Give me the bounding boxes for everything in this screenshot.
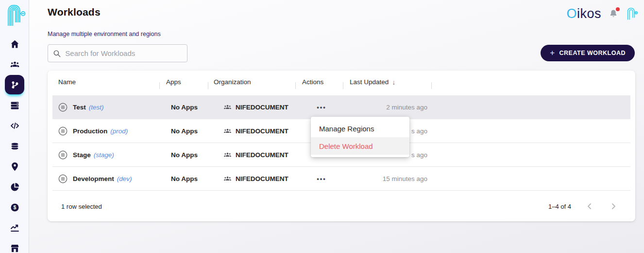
table-footer: 1 row selected 1–4 of 4 [52,191,630,221]
search-icon [53,49,61,58]
row-actions-button[interactable]: ••• [302,95,341,119]
organization-cell: NIFEDOCUMENT [223,143,288,167]
row-actions-menu: Manage RegionsDelete Workload [311,117,409,157]
search-input[interactable] [65,49,182,57]
sidebar-item-marketplace[interactable] [5,238,24,253]
organization-cell: NIFEDOCUMENT [223,119,288,143]
sidebar-item-home[interactable] [5,34,24,54]
next-page-button[interactable] [608,201,619,212]
column-divider [159,82,160,89]
line-chart-icon [10,223,20,233]
create-workload-label: CREATE WORKLOAD [559,50,626,56]
code-icon [10,121,20,131]
last-updated-cell: 15 minutes ago [350,167,427,191]
column-header-organization[interactable]: Organization [214,71,251,93]
workload-icon [58,95,68,119]
row-actions-button[interactable]: ••• [302,167,341,191]
sidebar-item-locations[interactable] [5,157,24,176]
workload-name-cell[interactable]: Test (test) [73,95,104,119]
teams-icon [10,59,20,70]
organization-cell: NIFEDOCUMENT [223,95,288,119]
workload-name: Development [73,175,114,182]
sidebar-item-billing[interactable]: $ [5,198,24,217]
sidebar-nav: $ [5,34,24,253]
create-workload-button[interactable]: + CREATE WORKLOAD [541,45,635,61]
workload-name: Stage [73,151,91,159]
database-icon [10,141,20,151]
table-header: Name Apps Organization Actions Last Upda… [48,71,635,93]
apps-cell: No Apps [171,119,198,143]
location-icon [10,162,20,172]
notification-badge-dot [616,7,620,11]
workload-name: Test [73,104,86,111]
apps-cell: No Apps [171,143,198,167]
column-divider [295,82,296,89]
column-header-name[interactable]: Name [58,71,76,93]
nife-logo [4,3,27,27]
workload-name-cell[interactable]: Production (prod) [73,119,128,143]
column-divider [431,82,432,89]
sidebar-item-analytics[interactable] [5,177,24,197]
home-icon [10,39,20,49]
workload-icon [58,119,68,143]
billing-dollar-icon: $ [10,202,20,213]
main-content: Workloads Manage multiple environment an… [29,0,644,253]
organization-people-icon [223,127,232,135]
sidebar-item-servers[interactable] [5,95,24,115]
previous-page-button[interactable] [584,201,595,212]
menu-item-delete-workload[interactable]: Delete Workload [311,137,409,155]
organization-people-icon [223,175,232,182]
workload-name-cell[interactable]: Development (dev) [73,167,132,191]
workload-icon [58,167,68,191]
pagination: 1–4 of 4 [548,201,630,212]
organization-people-icon [223,151,232,159]
workload-env-tag: (stage) [94,151,114,159]
sidebar-item-teams[interactable] [5,54,24,74]
workload-env-tag: (dev) [117,175,132,182]
column-divider [208,82,208,89]
workload-env-tag: (test) [89,104,104,111]
sidebar: $ [0,0,29,253]
column-header-actions[interactable]: Actions [302,71,323,93]
svg-text:$: $ [13,204,16,210]
top-bar-right: Oikos [566,4,638,23]
organization-name: NIFEDOCUMENT [236,151,288,159]
chevron-left-icon [586,203,593,210]
workloads-git-branch-icon [10,80,20,90]
workload-env-tag: (prod) [110,127,128,135]
workloads-page: $ Workloads Manage multiple environment … [0,0,644,253]
page-subtitle: Manage multiple environment and regions [48,31,161,37]
organization-name: NIFEDOCUMENT [236,104,288,111]
brand-wordmark: Oikos [566,6,601,21]
page-title: Workloads [48,6,101,18]
sidebar-item-code[interactable] [5,116,24,135]
column-header-apps[interactable]: Apps [166,71,181,93]
pagination-range: 1–4 of 4 [548,203,571,210]
servers-icon [10,100,20,110]
apps-cell: No Apps [171,167,198,191]
sidebar-item-monitoring[interactable] [5,218,24,237]
column-divider [343,82,343,89]
organization-people-icon [223,104,232,111]
sidebar-item-workloads[interactable] [5,75,24,94]
apps-cell: No Apps [171,95,198,119]
sidebar-item-database[interactable] [5,136,24,156]
marketplace-icon [10,243,20,253]
nife-mini-logo [626,6,638,21]
workload-icon [58,143,68,167]
organization-cell: NIFEDOCUMENT [223,167,288,191]
organization-name: NIFEDOCUMENT [236,175,288,182]
menu-item-manage-regions[interactable]: Manage Regions [311,120,409,137]
sort-desc-arrow-icon[interactable]: ↓ [392,78,395,86]
notifications-button[interactable] [609,8,618,19]
workload-name: Production [73,127,107,135]
chevron-right-icon [610,203,617,210]
selection-count: 1 row selected [61,203,102,210]
last-updated-cell: 2 minutes ago [350,95,427,119]
workload-name-cell[interactable]: Stage (stage) [73,143,114,167]
table-row[interactable]: Development (dev) No Apps NIFEDOCUMENT •… [52,167,630,191]
workloads-search [48,44,187,62]
plus-icon: + [550,49,555,57]
table-row[interactable]: Test (test) No Apps NIFEDOCUMENT ••• 2 m… [52,95,630,119]
column-header-last-updated[interactable]: Last Updated ↓ [350,71,395,93]
